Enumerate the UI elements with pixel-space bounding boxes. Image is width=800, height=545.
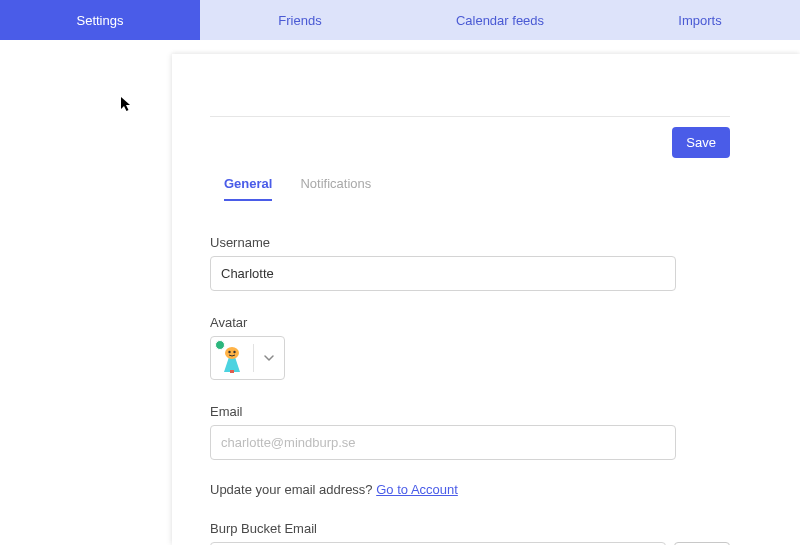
email-hint: Update your email address? Go to Account [210, 482, 730, 497]
svg-point-2 [233, 351, 235, 353]
go-to-account-link[interactable]: Go to Account [376, 482, 458, 497]
subtabs: General Notifications [210, 176, 730, 201]
cursor-icon [120, 96, 134, 116]
email-label: Email [210, 404, 730, 419]
username-input[interactable] [210, 256, 676, 291]
tab-imports[interactable]: Imports [600, 0, 800, 40]
avatar-image [217, 342, 247, 374]
email-hint-text: Update your email address? [210, 482, 376, 497]
bucket-label: Burp Bucket Email [210, 521, 730, 536]
avatar-status-badge [215, 340, 225, 350]
save-button[interactable]: Save [672, 127, 730, 158]
svg-point-0 [225, 347, 239, 359]
top-nav: Settings Friends Calendar feeds Imports [0, 0, 800, 40]
tab-calendar-feeds[interactable]: Calendar feeds [400, 0, 600, 40]
avatar-picker[interactable] [210, 336, 285, 380]
email-input [210, 425, 676, 460]
tab-friends[interactable]: Friends [200, 0, 400, 40]
svg-point-1 [228, 351, 230, 353]
svg-rect-3 [230, 370, 234, 373]
username-label: Username [210, 235, 730, 250]
chevron-down-icon[interactable] [260, 352, 278, 364]
subtab-notifications[interactable]: Notifications [300, 176, 371, 201]
avatar-divider [253, 344, 254, 372]
tab-settings[interactable]: Settings [0, 0, 200, 40]
avatar-label: Avatar [210, 315, 730, 330]
settings-panel: Save General Notifications Username Avat… [172, 54, 800, 545]
subtab-general[interactable]: General [224, 176, 272, 201]
divider [210, 116, 730, 117]
